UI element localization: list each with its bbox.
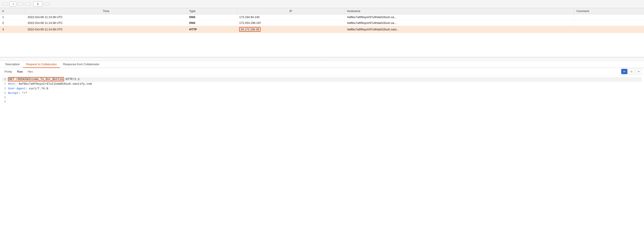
table-header-row: # Time Type IP Hostname Comment [0, 8, 644, 14]
menu-icon: ≡ [638, 70, 640, 73]
bottom-tab-response-from-collaborator[interactable]: Response from Collaborator [60, 61, 103, 68]
cell-num: 2 [0, 20, 25, 26]
line-keyword: User-Agent [8, 87, 26, 90]
cell-hostname: 4af6kx7a6f9oyoIr97uIlhda016suh.oast... [345, 26, 574, 33]
line-keyword: Host [8, 82, 15, 86]
table-row[interactable]: 12022-Oct-09 11:14:38 UTCDNS173.194.94.1… [0, 14, 644, 20]
cell-type: DNS [187, 14, 237, 20]
line-number: 1 [2, 77, 6, 81]
cell-type: HTTP [187, 26, 237, 33]
cell-comment [574, 20, 644, 26]
cell-ip: 173.194.94.140 [237, 14, 344, 20]
line-value: : 4af6kx7a6f9oyoIr97uIlhda016suh.oastify… [15, 82, 92, 86]
wrap-icon: ⇔ [623, 70, 626, 73]
code-line: 4Accept: */* [2, 91, 642, 96]
newline-icon-button[interactable]: \n [628, 69, 634, 74]
number-input[interactable] [33, 1, 42, 6]
cell-comment [574, 26, 644, 33]
bottom-tab-request-to-collaborator[interactable]: Request to Collaborator [23, 61, 60, 68]
subtab-raw[interactable]: Raw [15, 69, 25, 74]
code-line: 5 [2, 96, 642, 100]
interactions-table: # Time Type IP Hostname Comment 12022-Oc… [0, 8, 644, 33]
line-number: 5 [2, 96, 6, 100]
code-line: 1GET /SEKAIW3lcome_To_Our_Bottle HTTP/1.… [2, 77, 642, 82]
cell-time: 2022-Oct-09 11:14:38 UTC [25, 14, 187, 20]
col-comment: Comment [574, 8, 644, 14]
resize-handle[interactable]: · · · [0, 57, 644, 61]
ip-highlighted: 34.172.156.35 [239, 27, 260, 32]
create-payload-button[interactable] [44, 3, 50, 5]
line-content: Host: 4af6kx7a6f9oyoIr97uIlhda016suh.oas… [8, 82, 92, 86]
cell-ip: 34.172.156.35 [237, 26, 344, 33]
line-value: : */* [18, 91, 27, 95]
line-keyword: Accept [8, 91, 18, 95]
bottom-panel: DescriptionRequest to CollaboratorRespon… [0, 61, 644, 146]
line-number: 3 [2, 87, 6, 91]
subtab-pretty[interactable]: Pretty [2, 69, 14, 74]
col-num: # [0, 8, 25, 14]
chevron-down-icon: ▾ [13, 3, 14, 5]
taborator-button[interactable] [18, 3, 24, 5]
path-highlighted: GET /SEKAIW3lcome_To_Our_Bottle [8, 77, 64, 81]
code-line: 6 [2, 100, 642, 104]
line-number: 6 [2, 100, 6, 104]
col-time: Time [25, 8, 187, 14]
cell-time: 2022-Oct-09 11:14:38 UTC [25, 20, 187, 26]
cell-ip: 172.253.199.197 [237, 20, 344, 26]
table-row[interactable]: 22022-Oct-09 11:14:38 UTCDNS172.253.199.… [0, 20, 644, 26]
all-types-dropdown[interactable]: ▾ [10, 1, 16, 6]
bottom-tabs-bar: DescriptionRequest to CollaboratorRespon… [0, 61, 644, 68]
cell-type: DNS [187, 20, 237, 26]
cell-time: 2022-Oct-09 11:14:38 UTC [25, 26, 187, 33]
cell-num: 1 [0, 14, 25, 20]
subtab-hex[interactable]: Hex [26, 69, 35, 74]
table-row[interactable]: 32022-Oct-09 11:14:38 UTCHTTP34.172.156.… [0, 26, 644, 33]
col-ip: IP [237, 8, 344, 14]
cell-comment [574, 14, 644, 20]
code-view: 1GET /SEKAIW3lcome_To_Our_Bottle HTTP/1.… [0, 75, 644, 146]
wrap-icon-button[interactable]: ⇔ [621, 69, 628, 74]
cell-hostname: 4af6kx7a6f9oyoIr97uIlhda016suh.oa... [345, 20, 574, 26]
line-number: 2 [2, 82, 6, 86]
toolbar: ▾ [0, 0, 644, 8]
line-number: 4 [2, 91, 6, 95]
cell-hostname: 4af6kx7a6f9oyoIr97uIlhda016suh.oa... [345, 14, 574, 20]
line-content: Accept: */* [8, 91, 27, 96]
newline-icon: \n [630, 70, 632, 73]
subtabs-bar: PrettyRawHex⇔\n≡ [0, 68, 644, 75]
line-value: : curl/7.74.0 [26, 87, 48, 90]
line-rest: HTTP/1.1 [64, 77, 80, 81]
cell-num: 3 [0, 26, 25, 33]
menu-icon-button[interactable]: ≡ [636, 69, 642, 74]
line-content: GET /SEKAIW3lcome_To_Our_Bottle HTTP/1.1 [8, 77, 80, 82]
table-area: # Time Type IP Hostname Comment 12022-Oc… [0, 8, 644, 57]
exp-button[interactable] [2, 3, 8, 5]
code-line: 3User-Agent: curl/7.74.0 [2, 86, 642, 91]
line-content: User-Agent: curl/7.74.0 [8, 86, 48, 91]
col-hostname: Hostname [345, 8, 574, 14]
bottom-tab-description[interactable]: Description [2, 61, 23, 68]
col-type: Type [187, 8, 237, 14]
poll-now-button[interactable] [25, 3, 31, 5]
code-line: 2Host: 4af6kx7a6f9oyoIr97uIlhda016suh.oa… [2, 82, 642, 86]
